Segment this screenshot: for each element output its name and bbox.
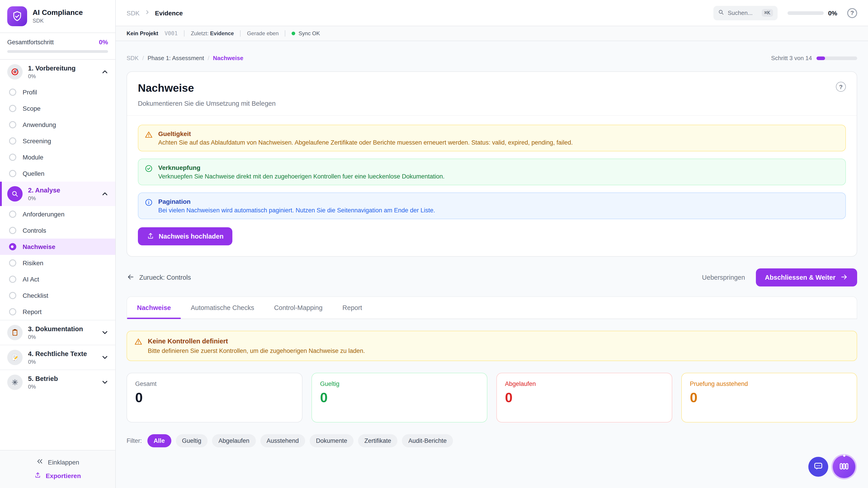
sidebar-item-label: Scope (23, 105, 40, 112)
app-window: AI Compliance SDK Gesamtfortschritt 0% 1… (0, 0, 868, 488)
sidebar-item-controls[interactable]: Controls (0, 222, 115, 238)
section-percent: 0% (28, 334, 95, 340)
sidebar-item-label: Anwendung (23, 121, 56, 128)
radio-icon (9, 89, 16, 96)
sidebar-item-scope[interactable]: Scope (0, 100, 115, 117)
sidebar-item-module[interactable]: Module (0, 149, 115, 165)
sidebar-section-vorbereitung[interactable]: 1. Vorbereitung 0% (0, 60, 115, 84)
info-box-verknuepfung: VerknuepfungVerknuepfen Sie Nachweise di… (138, 159, 846, 185)
radio-icon (9, 292, 16, 299)
sidebar-item-screening[interactable]: Screening (0, 133, 115, 149)
overall-progress: Gesamtfortschritt 0% (0, 33, 115, 60)
step-label: Schritt 3 von 14 (771, 55, 812, 61)
card-help-icon[interactable]: ? (836, 82, 846, 92)
sync-status: Sync OK (292, 30, 320, 37)
page-title: Nachweise (138, 82, 276, 94)
filter-pill-gueltig[interactable]: Gueltig (176, 434, 208, 447)
sidebar-item-quellen[interactable]: Quellen (0, 165, 115, 182)
collapse-sidebar-button[interactable]: Einklappen (36, 458, 79, 466)
info-box-gueltigkeit: GueltigkeitAchten Sie auf das Ablaufdatu… (138, 125, 846, 151)
gear-icon (7, 375, 23, 390)
stat-value: 0 (505, 390, 664, 405)
sidebar-item-anwendung[interactable]: Anwendung (0, 117, 115, 133)
filter-label: Filter: (127, 437, 142, 444)
sidebar-item-report[interactable]: Report (0, 304, 115, 320)
sidebar-item-label: Screening (23, 137, 51, 144)
columns-view-fab-button[interactable] (833, 455, 855, 478)
sidebar-item-label: Checklist (23, 292, 49, 299)
shield-check-icon (7, 6, 27, 26)
app-title: AI Compliance (33, 8, 83, 17)
app-logo: AI Compliance SDK (0, 0, 115, 33)
sidebar-item-label: Anforderungen (23, 210, 64, 218)
breadcrumb-phase[interactable]: Phase 1: Assessment (148, 55, 204, 61)
radio-icon (9, 308, 16, 315)
sidebar-item-label: Nachweise (23, 243, 55, 250)
sidebar-item-nachweise[interactable]: Nachweise (0, 238, 115, 255)
info-circle-icon (145, 198, 153, 214)
tab-automatische-checks[interactable]: Automatische Checks (181, 297, 264, 319)
export-label: Exportieren (46, 472, 81, 480)
chat-fab-button[interactable] (808, 457, 828, 477)
back-link[interactable]: Zurueck: Controls (127, 273, 191, 282)
upload-evidence-button[interactable]: Nachweis hochladen (138, 227, 232, 246)
tab-nachweise[interactable]: Nachweise (127, 297, 181, 319)
version-badge: V001 (164, 30, 178, 37)
stat-card-gueltig: Gueltig 0 (311, 373, 487, 422)
sidebar-item-profil[interactable]: Profil (0, 84, 115, 100)
search-input[interactable]: Suchen... ⌘K (713, 6, 778, 20)
radio-icon (9, 105, 16, 112)
radio-selected-icon (9, 243, 16, 250)
info-box-text: Achten Sie auf das Ablaufdatum von Nachw… (158, 139, 573, 146)
info-box-pagination: PaginationBei vielen Nachweisen wird aut… (138, 193, 846, 219)
stat-value: 0 (690, 390, 848, 405)
filter-pill-alle[interactable]: Alle (147, 434, 171, 447)
export-button[interactable]: Exportieren (34, 472, 81, 480)
complete-next-button[interactable]: Abschliessen & Weiter (756, 268, 857, 287)
filter-pill-zertifikate[interactable]: Zertifikate (358, 434, 398, 447)
breadcrumb-sdk[interactable]: SDK (127, 55, 138, 61)
sidebar-item-checklist[interactable]: Checklist (0, 287, 115, 304)
filter-pill-ausstehend[interactable]: Ausstehend (260, 434, 305, 447)
columns-icon (839, 461, 849, 473)
section-title: 3. Dokumentation (28, 325, 83, 332)
filter-pill-abgelaufen[interactable]: Abgelaufen (212, 434, 256, 447)
filter-pill-audit-berichte[interactable]: Audit-Berichte (402, 434, 453, 447)
memo-icon (7, 350, 23, 365)
back-link-label: Zurueck: Controls (139, 274, 191, 281)
filter-pill-dokumente[interactable]: Dokumente (310, 434, 353, 447)
sidebar-section-rechtliche-texte[interactable]: 4. Rechtliche Texte 0% (0, 345, 115, 369)
search-shortcut-badge: ⌘K (762, 9, 773, 17)
sidebar-section-analyse[interactable]: 2. Analyse 0% (0, 182, 115, 206)
sidebar-item-label: Profil (23, 89, 37, 96)
divider (184, 30, 184, 37)
warning-title: Keine Kontrollen definiert (148, 337, 365, 345)
double-chevron-left-icon (36, 458, 43, 466)
sidebar-item-label: Quellen (23, 170, 44, 177)
search-icon (718, 9, 724, 17)
radio-icon (9, 210, 16, 218)
topbar-progress: 0% (787, 9, 837, 17)
tab-control-mapping[interactable]: Control-Mapping (264, 297, 332, 319)
info-box-text: Bei vielen Nachweisen wird automatisch p… (158, 207, 435, 214)
tab-report[interactable]: Report (333, 297, 372, 319)
skip-button[interactable]: Ueberspringen (702, 274, 745, 281)
sidebar-section-dokumentation[interactable]: 3. Dokumentation 0% (0, 320, 115, 345)
statusbar: Kein Projekt V001 Zuletzt: Evidence Gera… (116, 26, 868, 41)
stat-label: Pruefung ausstehend (690, 381, 848, 387)
arrow-left-icon (127, 273, 135, 282)
sidebar-item-anforderungen[interactable]: Anforderungen (0, 206, 115, 222)
stat-value: 0 (320, 390, 479, 405)
sidebar-item-risiken[interactable]: Risiken (0, 255, 115, 271)
breadcrumb-root[interactable]: SDK (127, 9, 140, 17)
last-step: Zuletzt: Evidence (191, 30, 234, 37)
stats-row: Gesamt 0 Gueltig 0 Abgelaufen 0 Pruefung… (127, 373, 857, 422)
sidebar-section-betrieb[interactable]: 5. Betrieb 0% (0, 369, 115, 394)
help-icon[interactable]: ? (847, 8, 857, 18)
radio-icon (9, 275, 16, 283)
overall-progress-bar (7, 50, 108, 53)
sidebar-item-ai-act[interactable]: AI Act (0, 271, 115, 287)
project-name: Kein Projekt (127, 30, 158, 37)
topbar-progress-value: 0% (828, 9, 837, 17)
radio-icon (9, 170, 16, 177)
